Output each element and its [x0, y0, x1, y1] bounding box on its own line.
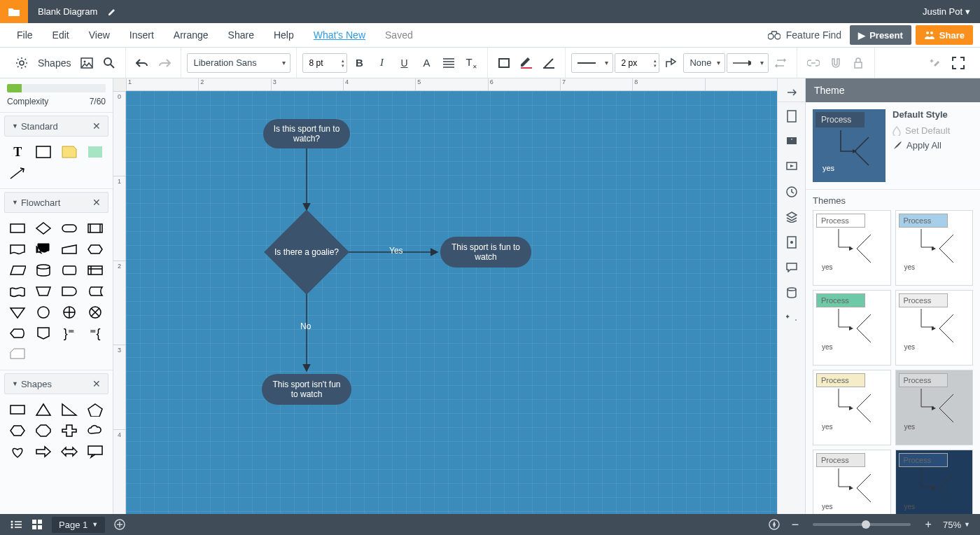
shape-text[interactable]: T — [6, 142, 30, 162]
shape-data[interactable] — [6, 260, 30, 280]
shape-pentagon[interactable] — [83, 400, 107, 419]
user-menu[interactable]: Justin Pot ▾ — [913, 6, 980, 17]
close-icon[interactable]: ✕ — [92, 378, 101, 389]
shape-hotspot[interactable] — [83, 142, 107, 162]
menu-edit[interactable]: Edit — [43, 29, 79, 41]
bold-button[interactable]: B — [349, 53, 370, 74]
shape-brace-left[interactable]: ⁼{ — [83, 324, 107, 343]
feature-find[interactable]: Feature Find — [768, 29, 841, 41]
magnet-button[interactable] — [825, 53, 846, 74]
menu-help[interactable]: Help — [264, 29, 304, 41]
theme-tile-0[interactable]: Process yes — [813, 210, 891, 286]
section-flowchart-header[interactable]: ▼ Flowchart ✕ — [4, 192, 108, 213]
italic-button[interactable]: I — [371, 53, 392, 74]
grid-view-button[interactable] — [27, 514, 48, 535]
node-result-yes[interactable]: This sport is fun to watch — [440, 237, 531, 268]
node-result-no[interactable]: This sport isn't fun to watch — [262, 374, 351, 405]
shape-rect[interactable] — [6, 400, 30, 419]
line-start-select[interactable]: None — [683, 53, 725, 73]
menu-view[interactable]: View — [79, 29, 120, 41]
shape-paper-tape[interactable] — [6, 282, 30, 301]
text-style-button[interactable]: T✕ — [461, 53, 482, 74]
fill-color-button[interactable] — [493, 53, 514, 74]
data-button[interactable] — [780, 282, 803, 304]
compass-button[interactable] — [764, 514, 785, 535]
shape-merge[interactable] — [6, 303, 30, 322]
font-size-input[interactable]: 8 pt — [302, 53, 347, 73]
outline-view-button[interactable] — [6, 514, 27, 535]
shape-triangle[interactable] — [31, 400, 56, 419]
menu-file[interactable]: File — [7, 29, 43, 41]
shape-connector[interactable] — [31, 303, 56, 322]
text-color-button[interactable]: A — [416, 53, 437, 74]
underline-button[interactable]: U — [393, 53, 414, 74]
font-family-select[interactable]: Liberation Sans — [187, 53, 290, 73]
search-button[interactable] — [99, 53, 120, 74]
line-color-button[interactable] — [538, 53, 559, 74]
menu-insert[interactable]: Insert — [120, 29, 164, 41]
section-shapes-header[interactable]: ▼ Shapes ✕ — [4, 373, 108, 394]
label-yes[interactable]: Yes — [389, 246, 403, 256]
shape-line[interactable] — [6, 163, 30, 183]
shape-document[interactable] — [6, 239, 30, 259]
lock-button[interactable] — [848, 53, 869, 74]
section-standard-header[interactable]: ▼ Standard ✕ — [4, 116, 108, 137]
shape-card[interactable] — [6, 345, 30, 364]
set-default-button[interactable]: Set Default — [892, 125, 973, 136]
zoom-in-button[interactable]: + — [918, 514, 939, 535]
undo-button[interactable] — [132, 53, 153, 74]
shape-preparation[interactable] — [83, 239, 107, 259]
theme-tile-4[interactable]: Process yes — [813, 370, 891, 445]
zoom-slider[interactable] — [813, 523, 911, 526]
shape-brace-right[interactable]: }⁼ — [57, 324, 82, 343]
edit-title-icon[interactable] — [107, 7, 117, 17]
zoom-out-button[interactable]: − — [785, 514, 806, 535]
shape-note[interactable] — [57, 142, 82, 162]
shape-multidoc[interactable] — [31, 239, 56, 259]
share-button[interactable]: Share — [916, 25, 973, 45]
presentation-button[interactable] — [780, 155, 803, 178]
close-icon[interactable]: ✕ — [92, 197, 101, 208]
history-button[interactable] — [780, 181, 803, 203]
line-style-select[interactable] — [571, 53, 613, 73]
shape-cloud[interactable] — [83, 421, 107, 440]
shape-block[interactable] — [31, 142, 56, 162]
shape-hexagon[interactable] — [6, 421, 30, 440]
shape-arrow-double[interactable] — [57, 442, 82, 461]
shape-summing[interactable] — [83, 303, 107, 322]
page-tab[interactable]: Page 1 ▼ — [52, 517, 105, 533]
zoom-menu[interactable]: 75% ▼ — [939, 520, 974, 530]
menu-arrange[interactable]: Arrange — [164, 29, 218, 41]
shape-stored-data[interactable] — [83, 282, 107, 301]
shape-arrow-right[interactable] — [31, 442, 56, 461]
folder-button[interactable] — [0, 0, 28, 23]
text-align-button[interactable] — [438, 53, 459, 74]
shape-internal-storage[interactable] — [83, 260, 107, 280]
canvas[interactable]: Is this sport fun to watch? Is there a g… — [126, 91, 777, 514]
shape-terminator[interactable] — [57, 218, 82, 238]
theme-tile-6[interactable]: Process yes — [813, 450, 891, 514]
shape-display[interactable] — [6, 324, 30, 343]
shape-process[interactable] — [6, 218, 30, 238]
menu-share[interactable]: Share — [218, 29, 264, 41]
shape-direct-data[interactable] — [57, 260, 82, 280]
shape-database[interactable] — [31, 260, 56, 280]
shape-manual-op[interactable] — [31, 282, 56, 301]
line-width-input[interactable]: 2 px — [615, 53, 659, 73]
document-title[interactable]: Blank Diagram — [28, 6, 107, 17]
comments-button[interactable]: '' — [780, 130, 803, 153]
menu-whats-new[interactable]: What's New — [304, 29, 375, 41]
theme-tile-7[interactable]: Process yes — [895, 450, 974, 514]
shape-manual-input[interactable] — [57, 239, 82, 259]
themes-button[interactable] — [780, 231, 803, 253]
present-button[interactable]: ▶ Present — [850, 25, 911, 45]
collapse-panel-button[interactable] — [778, 83, 805, 102]
shape-decision[interactable] — [31, 218, 56, 238]
shape-callout[interactable] — [83, 442, 107, 461]
image-button[interactable] — [76, 53, 97, 74]
swap-ends-button[interactable] — [770, 53, 791, 74]
shape-off-page[interactable] — [31, 324, 56, 343]
add-page-button[interactable] — [109, 514, 130, 535]
chat-button[interactable] — [780, 256, 803, 279]
border-color-button[interactable] — [516, 53, 537, 74]
